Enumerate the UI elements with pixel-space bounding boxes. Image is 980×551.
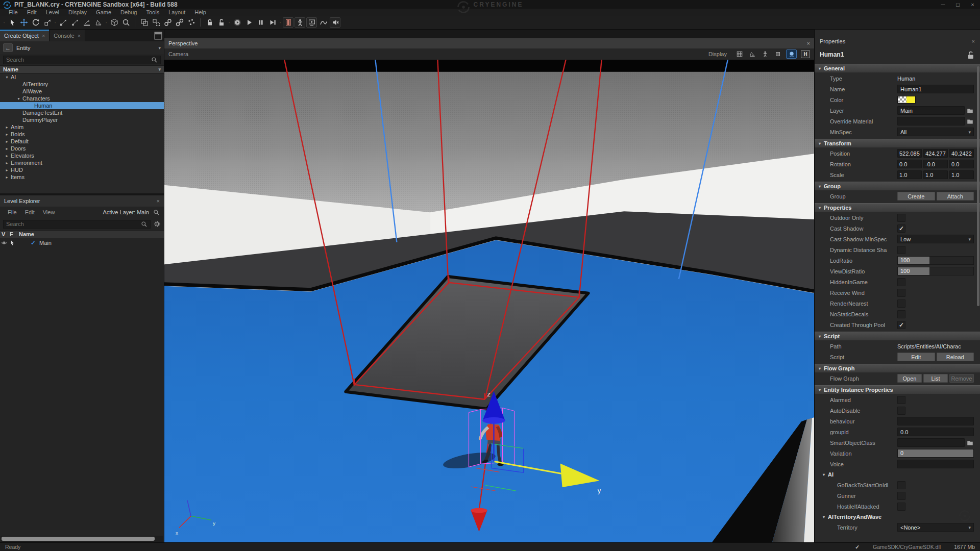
back-button[interactable]: ← [3, 43, 13, 52]
receive-wind-checkbox[interactable] [897, 289, 905, 297]
color-swatch[interactable] [897, 96, 916, 104]
unlock-icon[interactable] [966, 51, 975, 59]
tree-expander-icon[interactable]: ▾ [3, 75, 11, 80]
dynamic-distance-sha-checkbox[interactable] [897, 246, 905, 254]
menu-game[interactable]: Game [91, 9, 116, 16]
position-y-field[interactable]: 424.277 [923, 149, 948, 158]
section-header-flow-graph[interactable]: ▾Flow Graph [815, 364, 980, 373]
cube-icon[interactable] [109, 17, 119, 28]
viewdistratio-slider[interactable]: 100 [897, 267, 974, 276]
folder-icon[interactable] [966, 107, 974, 114]
panel-options-icon[interactable] [153, 30, 164, 41]
edit-button[interactable]: Edit [897, 353, 935, 361]
minimize-button[interactable]: ─ [936, 0, 950, 9]
cast-shadow-checkbox[interactable]: ✓ [897, 224, 905, 233]
variation-slider[interactable]: 0 [897, 449, 974, 458]
column-name[interactable]: Name [16, 231, 164, 237]
section-header-entity-instance-properties[interactable]: ▾Entity Instance Properties [815, 385, 980, 394]
pause-icon[interactable] [255, 17, 266, 28]
scale-x-field[interactable]: 1.0 [897, 170, 922, 179]
close-icon[interactable]: × [157, 198, 160, 204]
magnifier-icon[interactable] [120, 17, 131, 28]
tree-item-default[interactable]: ▸Default [0, 138, 164, 145]
eye-icon[interactable] [0, 240, 8, 246]
tree-expander-icon[interactable]: ▸ [3, 139, 11, 144]
tree-column-header[interactable]: Name ▾ [0, 65, 164, 73]
override-material-field[interactable] [897, 117, 965, 126]
viewport-title-bar[interactable]: Perspective × [164, 38, 814, 48]
signal-graph-icon[interactable] [318, 17, 329, 28]
create-object-search-input[interactable]: Search [3, 56, 161, 64]
gear-icon[interactable] [154, 220, 161, 228]
scale-icon[interactable] [42, 17, 53, 28]
snap-angle-icon[interactable] [93, 17, 104, 28]
voice-field[interactable] [897, 460, 974, 468]
cube-display-icon[interactable] [773, 50, 782, 58]
tree-item-hud[interactable]: ▸HUD [0, 166, 164, 173]
attach-button[interactable]: Attach [937, 192, 974, 201]
cast-shadow-minspec-dropdown[interactable]: Low▾ [897, 235, 974, 243]
rotation-x-field[interactable]: 0.0 [897, 160, 922, 168]
tree-item-aiterritory[interactable]: AITerritory [0, 81, 164, 88]
snap-edge-icon[interactable] [69, 17, 80, 28]
tree-expander-icon[interactable]: ▸ [3, 132, 11, 137]
tree-expander-icon[interactable]: ▸ [3, 175, 11, 180]
tree-item-damagetestent[interactable]: DamageTestEnt [0, 109, 164, 116]
vertical-scrollbar[interactable] [977, 66, 979, 306]
territory-dropdown[interactable]: <None>▾ [897, 523, 974, 532]
scale-z-field[interactable]: 1.0 [949, 170, 974, 179]
cursor-icon[interactable] [8, 240, 16, 246]
list-button[interactable]: List [923, 374, 948, 383]
tab-close-icon[interactable]: × [78, 33, 81, 39]
viewport-3d-scene[interactable]: z y x y [164, 60, 814, 542]
lodratio-slider[interactable]: 100 [897, 256, 974, 265]
tab-create-object[interactable]: Create Object × [0, 30, 50, 41]
editor-play-icon[interactable] [232, 17, 242, 28]
create-button[interactable]: Create [897, 192, 935, 201]
behaviour-field[interactable] [897, 417, 974, 425]
game-view-icon[interactable] [306, 17, 317, 28]
link-icon[interactable] [162, 17, 173, 28]
gobacktostartonidl-checkbox[interactable] [897, 481, 905, 489]
scrollbar-thumb[interactable] [2, 537, 155, 541]
rotate-icon[interactable] [30, 17, 41, 28]
group-icon[interactable] [139, 17, 150, 28]
angle-snap-icon[interactable] [748, 50, 756, 58]
tree-item-doors[interactable]: ▸Doors [0, 145, 164, 152]
snap-terrain-icon[interactable] [81, 17, 92, 28]
tree-item-characters[interactable]: ▾Characters [0, 95, 164, 102]
tree-expander-icon[interactable]: ▾ [15, 96, 22, 101]
tree-item-aiwave[interactable]: AIWave [0, 88, 164, 95]
camera-menu[interactable]: Camera [168, 51, 188, 57]
position-z-field[interactable]: 40.2422 [949, 149, 974, 158]
hostileifattacked-checkbox[interactable] [897, 503, 905, 511]
menu-tools[interactable]: Tools [141, 9, 164, 16]
tab-console[interactable]: Console × [50, 30, 85, 41]
ai-person-icon[interactable] [295, 17, 305, 28]
autodisable-checkbox[interactable] [897, 407, 905, 415]
level-explorer-menu-edit[interactable]: Edit [21, 209, 38, 216]
minspec-dropdown[interactable]: All▾ [897, 128, 974, 136]
portal-icon[interactable] [283, 17, 293, 28]
maximize-button[interactable]: □ [950, 0, 965, 9]
column-visible[interactable]: V [0, 231, 8, 237]
layer-field[interactable]: Main [897, 106, 965, 115]
horizontal-scrollbar[interactable] [1, 536, 163, 542]
section-header-group[interactable]: ▾Group [815, 182, 980, 191]
outdoor-only-checkbox[interactable] [897, 214, 905, 222]
light-toggle-icon[interactable] [786, 49, 797, 59]
section-header-properties[interactable]: ▾Properties [815, 203, 980, 212]
menu-display[interactable]: Display [64, 9, 91, 16]
tree-item-items[interactable]: ▸Items [0, 173, 164, 181]
search-icon[interactable] [153, 209, 160, 216]
menu-layout[interactable]: Layout [164, 9, 190, 16]
tree-expander-icon[interactable]: ▸ [3, 168, 11, 172]
tree-item-anim[interactable]: ▸Anim [0, 123, 164, 131]
move-icon[interactable] [18, 17, 29, 28]
subsection-header-aiterritoryandwave[interactable]: ▾AITerritoryAndWave [815, 512, 980, 522]
unlock-icon[interactable] [216, 17, 227, 28]
rotation-z-field[interactable]: 0.0 [949, 160, 974, 168]
level-explorer-search-input[interactable]: Search [3, 220, 151, 229]
display-menu[interactable]: Display [708, 51, 727, 57]
lock-icon[interactable] [204, 17, 215, 28]
